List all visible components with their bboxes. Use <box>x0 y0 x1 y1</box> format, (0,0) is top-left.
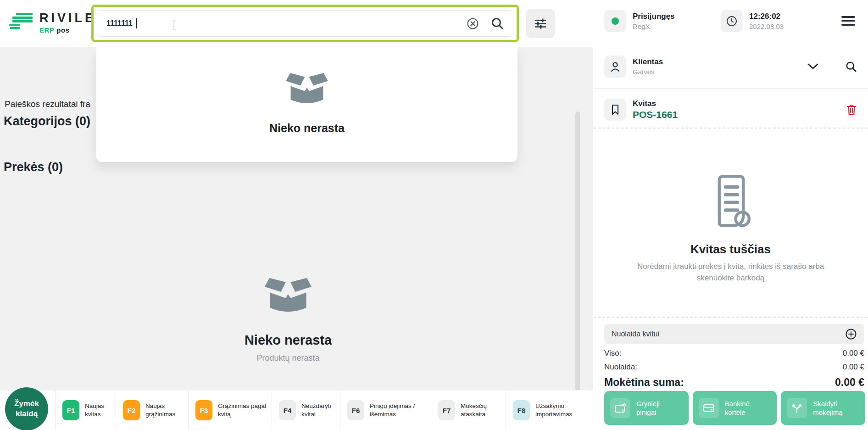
app-logo: RIVILE ERPpos <box>9 12 96 34</box>
receipt-icon <box>707 173 755 230</box>
search-dropdown: Nieko nerasta <box>96 47 517 162</box>
fkey-new-return[interactable]: F2 Naujas grąžinimas <box>116 391 188 430</box>
fkey-return-by-receipt[interactable]: F3 Grąžinimas pagal kvitą <box>188 391 272 430</box>
brand-name: RIVILE <box>39 12 96 24</box>
clock-chip <box>721 10 743 32</box>
text-caret <box>136 18 137 28</box>
split-payment-button[interactable]: Skaidyti mokėjimą <box>781 391 865 425</box>
fkey-order-import[interactable]: F8 Užsakymo importavimas <box>506 391 593 430</box>
empty-subtitle: Produktų nerasta <box>192 353 384 363</box>
search-input[interactable] <box>106 19 455 28</box>
empty-box-icon <box>259 275 317 321</box>
total-label: Viso: <box>604 349 622 358</box>
categories-heading: Kategorijos (0) <box>4 114 90 128</box>
mouse-text-cursor <box>171 20 177 30</box>
add-discount-icon[interactable] <box>845 328 857 340</box>
connection-status: Prisijungęs RegX <box>604 10 675 32</box>
clock-block: 12:26:02 2022.08.03 <box>721 10 784 32</box>
receipt-row: Kvitas POS-1661 <box>604 95 857 125</box>
client-label: Klientas <box>633 57 663 67</box>
credit-card-icon <box>699 398 719 418</box>
fkey-new-receipt[interactable]: F1 Naujas kvitas <box>55 391 116 430</box>
status-chip <box>604 10 626 32</box>
empty-title: Nieko nerasta <box>192 333 384 348</box>
cart-empty-subtitle: Norėdami įtraukti prekes į kvitą, rinkit… <box>636 261 825 284</box>
card-payment-label: Bankinė kortelė <box>725 399 762 417</box>
time-value: 12:26:02 <box>749 12 784 21</box>
dashed-divider <box>593 128 868 128</box>
f7-label: Mokesčių ataskaita <box>461 402 499 418</box>
bookmark-icon <box>610 103 621 116</box>
cash-payment-label: Grynieji pinigai <box>636 399 673 417</box>
card-payment-button[interactable]: Bankinė kortelė <box>693 391 777 425</box>
dashed-divider <box>593 317 868 318</box>
f6-label: Pinigų įdėjimas / išėmimas <box>370 402 425 418</box>
payment-buttons: Grynieji pinigai Bankinė kortelė <box>604 391 865 425</box>
status-subtitle: RegX <box>633 22 675 30</box>
f1-key-badge: F1 <box>62 400 79 420</box>
top-bar: RIVILE ERPpos <box>0 0 593 47</box>
delete-receipt-icon[interactable] <box>846 104 857 116</box>
products-empty-state: Nieko nerasta Produktų nerasta <box>192 275 384 363</box>
cart-empty-title: Kvitas tuščias <box>625 242 836 257</box>
clear-search-icon[interactable] <box>467 17 479 30</box>
f7-key-badge: F7 <box>438 400 455 420</box>
receipt-discount-row[interactable]: Nuolaida kvitui <box>604 324 864 344</box>
receipt-number: POS-1661 <box>633 109 678 120</box>
report-error-button[interactable]: Žymėk klaidą <box>5 387 48 430</box>
discount-total-value: 0.00 € <box>843 363 864 372</box>
wallet-icon <box>610 398 630 418</box>
search-bar <box>91 5 519 42</box>
client-value: Gatves <box>633 68 663 76</box>
fkey-open-receipts[interactable]: F4 Neuždaryti kvitai <box>272 391 340 430</box>
f3-key-badge: F3 <box>195 400 212 420</box>
total-value: 0.00 € <box>843 349 864 358</box>
online-dot-icon <box>612 17 619 25</box>
receipt-chip <box>604 99 626 121</box>
client-search-icon[interactable] <box>845 61 857 73</box>
split-payment-label: Skaidyti mokėjimą <box>813 399 850 417</box>
vertical-scrollbar[interactable] <box>575 112 580 430</box>
cash-payment-button[interactable]: Grynieji pinigai <box>604 391 689 425</box>
divider <box>593 88 868 89</box>
empty-box-icon <box>281 70 333 112</box>
total-row: Nuolaida: 0.00 € <box>604 363 864 372</box>
search-results-context: Paieškos rezultatai fra <box>5 99 90 109</box>
menu-button[interactable] <box>841 16 855 28</box>
client-row[interactable]: Klientas Gatves <box>604 51 857 82</box>
totals-block: Viso: 0.00 € Nuolaida: 0.00 € Mokėtina s… <box>604 349 864 389</box>
brand-erp: ERP <box>39 26 54 34</box>
search-filter-button[interactable] <box>526 9 555 38</box>
f3-label: Grąžinimas pagal kvitą <box>218 402 271 418</box>
report-error-label: Žymėk klaidą <box>11 399 43 419</box>
f4-label: Neuždaryti kvitai <box>301 402 338 418</box>
chevron-down-icon[interactable] <box>807 62 819 71</box>
discount-label: Nuolaida kvitui <box>612 330 659 338</box>
person-icon <box>609 60 622 73</box>
f4-key-badge: F4 <box>279 400 296 420</box>
brand-subtitle: ERPpos <box>39 26 96 34</box>
f1-label: Naujas kvitas <box>85 402 111 418</box>
cart-panel: Prisijungęs RegX 12:26:02 2022.08.03 <box>593 0 868 430</box>
date-value: 2022.08.03 <box>749 22 784 30</box>
session-header: Prisijungęs RegX 12:26:02 2022.08.03 <box>593 0 868 43</box>
fkey-tax-report[interactable]: F7 Mokesčių ataskaita <box>431 391 506 430</box>
total-row: Viso: 0.00 € <box>604 349 864 358</box>
search-field[interactable] <box>97 10 513 37</box>
rivile-logo-icon <box>9 12 33 30</box>
cart-empty-state: Kvitas tuščias Norėdami įtraukti prekes … <box>625 173 836 284</box>
split-payment-icon <box>787 398 807 418</box>
f2-key-badge: F2 <box>123 400 140 420</box>
receipt-label: Kvitas <box>633 99 678 108</box>
products-heading: Prekės (0) <box>4 160 63 174</box>
search-icon[interactable] <box>491 17 504 30</box>
clock-icon <box>726 15 738 27</box>
client-chip <box>604 56 626 78</box>
dropdown-empty-title: Nieko nerasta <box>96 122 517 135</box>
function-key-bar: F1 Naujas kvitas F2 Naujas grąžinimas F3… <box>0 390 593 430</box>
f8-key-badge: F8 <box>513 400 530 420</box>
fkey-cash-in-out[interactable]: F6 Pinigų įdėjimas / išėmimas <box>340 391 431 430</box>
brand-pos: pos <box>56 26 69 34</box>
status-title: Prisijungęs <box>633 12 675 21</box>
f6-key-badge: F6 <box>347 400 364 420</box>
